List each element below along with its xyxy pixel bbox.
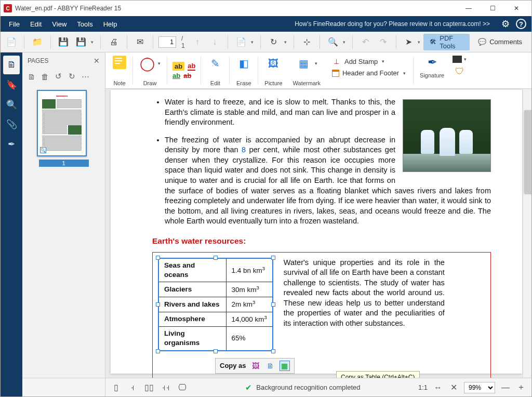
header-footer-label: Header and Footer <box>342 69 399 77</box>
ribbon-picture[interactable]: 🖼 Picture <box>259 52 287 88</box>
recognize-button[interactable]: 🔍 <box>325 34 340 50</box>
resize-handle-se[interactable] <box>271 349 275 353</box>
zoom-out-button[interactable]: — <box>500 383 511 392</box>
resize-handle-s[interactable] <box>214 349 218 353</box>
add-stamp-button[interactable]: ⊥ Add Stamp ▾ <box>330 56 408 67</box>
scrollbar-thumb[interactable] <box>524 110 531 193</box>
table-selection[interactable]: Seas and oceans1.4 bn km3 Glaciers30m km… <box>158 258 273 351</box>
wrench-icon: 🛠 <box>430 38 436 46</box>
rail-pages-icon[interactable]: 🗎 <box>3 56 20 74</box>
copy-as-table-icon[interactable]: ▦ <box>280 361 290 371</box>
maximize-button[interactable]: ☐ <box>481 1 504 16</box>
menu-view[interactable]: View <box>47 16 72 32</box>
menu-edit[interactable]: Edit <box>25 16 47 32</box>
add-stamp-label: Add Stamp <box>344 58 378 65</box>
strikethrough-icon[interactable]: ab <box>183 72 191 80</box>
rail-signatures-icon[interactable]: ✒ <box>3 135 20 153</box>
selection-frame[interactable]: Seas and oceans1.4 bn km3 Glaciers30m km… <box>152 252 491 378</box>
menu-tools[interactable]: Tools <box>72 16 98 32</box>
comments-button[interactable]: 💬 Comments <box>472 34 528 50</box>
add-page-icon[interactable]: 🗎 <box>26 72 36 81</box>
ribbon-edit[interactable]: ✎ Edit <box>202 52 228 88</box>
zoom-in-button[interactable]: ＋ <box>516 382 526 393</box>
zoom-select[interactable]: 99% <box>464 382 495 393</box>
add-page-dropdown[interactable]: ▾ <box>249 39 255 45</box>
settings-icon[interactable]: ⚙ <box>499 18 512 30</box>
ribbon-note[interactable]: Note <box>108 52 131 88</box>
next-page-button[interactable]: ↓ <box>207 34 222 50</box>
promo-link[interactable]: How's FineReader doing for you? Please r… <box>295 20 490 28</box>
menu-help[interactable]: Help <box>98 16 123 32</box>
save-button[interactable]: 💾 <box>56 34 71 50</box>
fit-width-icon[interactable]: ↔ <box>433 383 443 392</box>
table-row: Living organisms65% <box>158 327 273 351</box>
undo-button[interactable]: ↶ <box>358 34 373 50</box>
rotate-right-icon[interactable]: ↻ <box>67 72 76 81</box>
save-as-button[interactable]: 💾 <box>73 34 88 50</box>
pointer-dropdown[interactable]: ▾ <box>416 39 421 45</box>
document-viewport[interactable]: Water is hard to freeze, and ice is slow… <box>105 89 531 378</box>
status-bar: ▯ ⫞ ▯▯ ⫞⫞ 🖵 ✔ Background recognition com… <box>105 378 531 396</box>
pages-panel: PAGES ✕ 🗎 🗑 ↺ ↻ ⋯ ■■■■■■■■■■■ 🔍 1 <box>22 52 105 378</box>
view-two-continuous-icon[interactable]: ⫞⫞ <box>161 383 171 392</box>
recognize-dropdown[interactable]: ▾ <box>341 39 347 45</box>
highlight-red-icon[interactable]: ab <box>188 62 195 71</box>
ribbon-signature[interactable]: ✒ Signature <box>415 52 449 88</box>
more-icon[interactable]: ⋯ <box>81 72 90 81</box>
menu-file[interactable]: File <box>4 16 25 32</box>
header-footer-dropdown[interactable]: ▾ <box>403 71 406 76</box>
rotate-left-icon[interactable]: ↺ <box>54 72 63 81</box>
zoom-ratio-label[interactable]: 1:1 <box>418 383 428 391</box>
pages-panel-close-icon[interactable]: ✕ <box>94 57 100 65</box>
highlight-yellow-icon[interactable]: ab <box>172 62 184 71</box>
resize-handle-sw[interactable] <box>156 349 160 353</box>
delete-page-icon[interactable]: 🗑 <box>40 72 49 81</box>
watermark-dropdown[interactable]: ▾ <box>315 61 317 66</box>
ribbon-erase[interactable]: ◧ Erase <box>231 52 257 88</box>
minimize-button[interactable]: — <box>457 1 481 16</box>
view-single-icon[interactable]: ▯ <box>111 382 121 392</box>
pointer-tool-button[interactable]: ➤ <box>402 34 415 50</box>
view-fullscreen-icon[interactable]: 🖵 <box>177 383 188 392</box>
resize-handle-ne[interactable] <box>271 256 275 260</box>
crop-button[interactable]: ⊹ <box>299 34 314 50</box>
save-as-dropdown[interactable]: ▾ <box>89 39 95 45</box>
redo-button[interactable]: ↷ <box>376 34 391 50</box>
title-bar: C Water_en.pdf - ABBYY FineReader 15 — ☐… <box>1 1 531 16</box>
view-two-page-icon[interactable]: ▯▯ <box>144 382 154 392</box>
thumbnail-zoom-icon[interactable]: 🔍 <box>40 147 46 153</box>
redact-icon[interactable]: ▾ <box>453 56 467 63</box>
resize-handle-w[interactable] <box>156 302 160 307</box>
resize-handle-n[interactable] <box>214 256 218 260</box>
shield-icon[interactable]: 🛡 <box>455 66 464 77</box>
fit-page-icon[interactable]: ✕ <box>448 382 459 392</box>
close-button[interactable]: ✕ <box>504 1 528 16</box>
vertical-scrollbar[interactable] <box>523 89 531 377</box>
add-stamp-dropdown[interactable]: ▾ <box>382 59 384 64</box>
ribbon-watermark[interactable]: ▦▾ Watermark <box>288 52 326 88</box>
rail-attachments-icon[interactable]: 📎 <box>3 115 20 134</box>
new-doc-button[interactable]: 📄 <box>4 34 19 50</box>
page-thumbnail[interactable]: ■■■■■■■■■■■ 🔍 <box>37 90 87 156</box>
add-page-button[interactable]: 📄 <box>233 34 248 50</box>
ribbon-draw[interactable]: ◯▾ Draw <box>134 52 166 88</box>
open-button[interactable]: 📁 <box>30 34 45 50</box>
prev-page-button[interactable]: ↑ <box>190 34 205 50</box>
page-number-input[interactable] <box>158 36 176 48</box>
resize-handle-e[interactable] <box>271 302 275 307</box>
resize-handle-nw[interactable] <box>156 256 160 260</box>
underline-icon[interactable]: ab <box>172 72 180 80</box>
copy-as-image-icon[interactable]: 🖼 <box>250 361 261 371</box>
print-button[interactable]: 🖨 <box>106 34 121 50</box>
copy-as-text-icon[interactable]: 🗎 <box>265 361 275 371</box>
rotate-dropdown[interactable]: ▾ <box>283 39 288 45</box>
rail-search-icon[interactable]: 🔍 <box>3 95 20 114</box>
email-button[interactable]: ✉ <box>132 34 148 50</box>
help-icon[interactable]: ? <box>516 19 526 29</box>
header-footer-button[interactable]: Header and Footer ▾ <box>330 68 408 78</box>
rail-bookmarks-icon[interactable]: 🔖 <box>3 75 20 94</box>
view-continuous-icon[interactable]: ⫞ <box>127 383 138 392</box>
pdf-tools-button[interactable]: 🛠 PDF Tools <box>423 34 470 50</box>
draw-dropdown[interactable]: ▾ <box>158 61 161 66</box>
rotate-button[interactable]: ↻ <box>266 34 281 50</box>
